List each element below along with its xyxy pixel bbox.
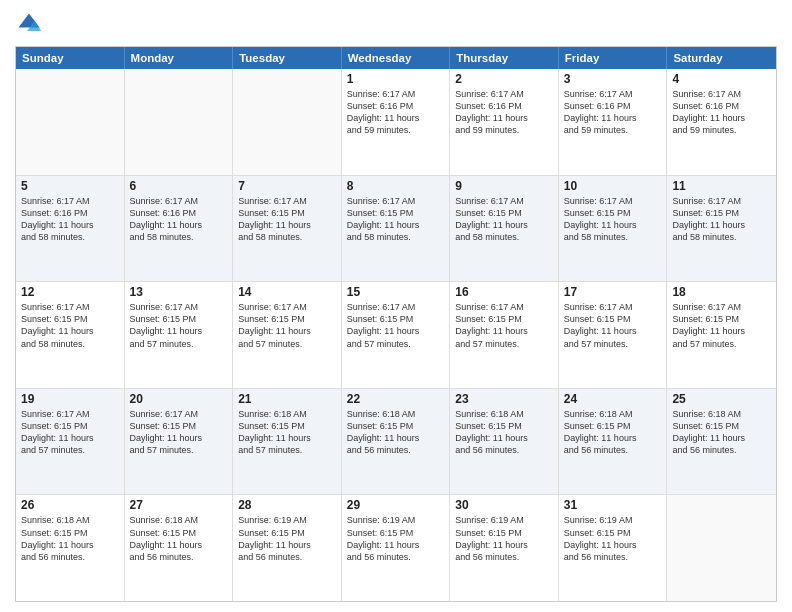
day-info: Sunrise: 6:17 AMSunset: 6:15 PMDaylight:… [455,195,553,244]
calendar-cell-6: 6Sunrise: 6:17 AMSunset: 6:16 PMDaylight… [125,176,234,282]
day-number: 13 [130,285,228,299]
calendar-cell-21: 21Sunrise: 6:18 AMSunset: 6:15 PMDayligh… [233,389,342,495]
header-day-tuesday: Tuesday [233,47,342,69]
day-info: Sunrise: 6:17 AMSunset: 6:15 PMDaylight:… [21,408,119,457]
calendar-cell-empty [667,495,776,601]
day-info: Sunrise: 6:17 AMSunset: 6:15 PMDaylight:… [238,195,336,244]
day-info: Sunrise: 6:19 AMSunset: 6:15 PMDaylight:… [455,514,553,563]
day-number: 19 [21,392,119,406]
day-number: 12 [21,285,119,299]
day-number: 3 [564,72,662,86]
day-info: Sunrise: 6:17 AMSunset: 6:15 PMDaylight:… [564,301,662,350]
day-info: Sunrise: 6:18 AMSunset: 6:15 PMDaylight:… [21,514,119,563]
logo [15,10,47,38]
day-info: Sunrise: 6:17 AMSunset: 6:15 PMDaylight:… [238,301,336,350]
day-number: 4 [672,72,771,86]
day-info: Sunrise: 6:18 AMSunset: 6:15 PMDaylight:… [564,408,662,457]
calendar-row-0: 1Sunrise: 6:17 AMSunset: 6:16 PMDaylight… [16,69,776,176]
calendar-cell-4: 4Sunrise: 6:17 AMSunset: 6:16 PMDaylight… [667,69,776,175]
day-number: 25 [672,392,771,406]
header-day-saturday: Saturday [667,47,776,69]
day-info: Sunrise: 6:19 AMSunset: 6:15 PMDaylight:… [347,514,445,563]
day-number: 31 [564,498,662,512]
calendar-cell-24: 24Sunrise: 6:18 AMSunset: 6:15 PMDayligh… [559,389,668,495]
calendar-cell-26: 26Sunrise: 6:18 AMSunset: 6:15 PMDayligh… [16,495,125,601]
day-info: Sunrise: 6:17 AMSunset: 6:16 PMDaylight:… [347,88,445,137]
day-number: 20 [130,392,228,406]
day-number: 1 [347,72,445,86]
day-info: Sunrise: 6:17 AMSunset: 6:15 PMDaylight:… [672,301,771,350]
day-info: Sunrise: 6:17 AMSunset: 6:16 PMDaylight:… [672,88,771,137]
calendar-cell-9: 9Sunrise: 6:17 AMSunset: 6:15 PMDaylight… [450,176,559,282]
day-info: Sunrise: 6:17 AMSunset: 6:16 PMDaylight:… [564,88,662,137]
calendar-cell-empty [16,69,125,175]
day-info: Sunrise: 6:19 AMSunset: 6:15 PMDaylight:… [564,514,662,563]
calendar-cell-3: 3Sunrise: 6:17 AMSunset: 6:16 PMDaylight… [559,69,668,175]
day-number: 21 [238,392,336,406]
calendar-cell-18: 18Sunrise: 6:17 AMSunset: 6:15 PMDayligh… [667,282,776,388]
day-number: 16 [455,285,553,299]
day-number: 27 [130,498,228,512]
day-info: Sunrise: 6:18 AMSunset: 6:15 PMDaylight:… [672,408,771,457]
calendar-cell-23: 23Sunrise: 6:18 AMSunset: 6:15 PMDayligh… [450,389,559,495]
header-day-monday: Monday [125,47,234,69]
day-info: Sunrise: 6:18 AMSunset: 6:15 PMDaylight:… [238,408,336,457]
calendar-cell-11: 11Sunrise: 6:17 AMSunset: 6:15 PMDayligh… [667,176,776,282]
page: SundayMondayTuesdayWednesdayThursdayFrid… [0,0,792,612]
day-number: 24 [564,392,662,406]
header [15,10,777,38]
day-number: 10 [564,179,662,193]
header-day-wednesday: Wednesday [342,47,451,69]
header-day-friday: Friday [559,47,668,69]
day-info: Sunrise: 6:17 AMSunset: 6:16 PMDaylight:… [21,195,119,244]
calendar-cell-27: 27Sunrise: 6:18 AMSunset: 6:15 PMDayligh… [125,495,234,601]
calendar-cell-2: 2Sunrise: 6:17 AMSunset: 6:16 PMDaylight… [450,69,559,175]
calendar-cell-14: 14Sunrise: 6:17 AMSunset: 6:15 PMDayligh… [233,282,342,388]
day-info: Sunrise: 6:17 AMSunset: 6:15 PMDaylight:… [455,301,553,350]
day-number: 5 [21,179,119,193]
calendar-row-1: 5Sunrise: 6:17 AMSunset: 6:16 PMDaylight… [16,176,776,283]
calendar-cell-13: 13Sunrise: 6:17 AMSunset: 6:15 PMDayligh… [125,282,234,388]
logo-icon [15,10,43,38]
calendar-cell-16: 16Sunrise: 6:17 AMSunset: 6:15 PMDayligh… [450,282,559,388]
calendar-cell-31: 31Sunrise: 6:19 AMSunset: 6:15 PMDayligh… [559,495,668,601]
calendar-cell-17: 17Sunrise: 6:17 AMSunset: 6:15 PMDayligh… [559,282,668,388]
calendar-cell-30: 30Sunrise: 6:19 AMSunset: 6:15 PMDayligh… [450,495,559,601]
day-number: 15 [347,285,445,299]
day-info: Sunrise: 6:17 AMSunset: 6:15 PMDaylight:… [21,301,119,350]
day-info: Sunrise: 6:17 AMSunset: 6:15 PMDaylight:… [130,301,228,350]
day-info: Sunrise: 6:17 AMSunset: 6:16 PMDaylight:… [130,195,228,244]
calendar-cell-10: 10Sunrise: 6:17 AMSunset: 6:15 PMDayligh… [559,176,668,282]
day-number: 18 [672,285,771,299]
calendar-cell-empty [233,69,342,175]
calendar-cell-empty [125,69,234,175]
header-day-sunday: Sunday [16,47,125,69]
calendar-cell-28: 28Sunrise: 6:19 AMSunset: 6:15 PMDayligh… [233,495,342,601]
calendar-cell-19: 19Sunrise: 6:17 AMSunset: 6:15 PMDayligh… [16,389,125,495]
calendar-cell-25: 25Sunrise: 6:18 AMSunset: 6:15 PMDayligh… [667,389,776,495]
calendar-body: 1Sunrise: 6:17 AMSunset: 6:16 PMDaylight… [16,69,776,601]
day-number: 11 [672,179,771,193]
day-info: Sunrise: 6:17 AMSunset: 6:15 PMDaylight:… [130,408,228,457]
calendar-header: SundayMondayTuesdayWednesdayThursdayFrid… [16,47,776,69]
calendar-cell-12: 12Sunrise: 6:17 AMSunset: 6:15 PMDayligh… [16,282,125,388]
day-number: 30 [455,498,553,512]
day-info: Sunrise: 6:18 AMSunset: 6:15 PMDaylight:… [130,514,228,563]
calendar-cell-1: 1Sunrise: 6:17 AMSunset: 6:16 PMDaylight… [342,69,451,175]
day-number: 6 [130,179,228,193]
day-number: 7 [238,179,336,193]
day-info: Sunrise: 6:17 AMSunset: 6:15 PMDaylight:… [672,195,771,244]
calendar-cell-20: 20Sunrise: 6:17 AMSunset: 6:15 PMDayligh… [125,389,234,495]
day-number: 2 [455,72,553,86]
calendar-row-2: 12Sunrise: 6:17 AMSunset: 6:15 PMDayligh… [16,282,776,389]
calendar-row-4: 26Sunrise: 6:18 AMSunset: 6:15 PMDayligh… [16,495,776,601]
day-number: 26 [21,498,119,512]
day-number: 14 [238,285,336,299]
day-number: 8 [347,179,445,193]
calendar-cell-29: 29Sunrise: 6:19 AMSunset: 6:15 PMDayligh… [342,495,451,601]
calendar-cell-15: 15Sunrise: 6:17 AMSunset: 6:15 PMDayligh… [342,282,451,388]
calendar-cell-7: 7Sunrise: 6:17 AMSunset: 6:15 PMDaylight… [233,176,342,282]
calendar-cell-8: 8Sunrise: 6:17 AMSunset: 6:15 PMDaylight… [342,176,451,282]
calendar-cell-22: 22Sunrise: 6:18 AMSunset: 6:15 PMDayligh… [342,389,451,495]
day-info: Sunrise: 6:17 AMSunset: 6:15 PMDaylight:… [347,301,445,350]
